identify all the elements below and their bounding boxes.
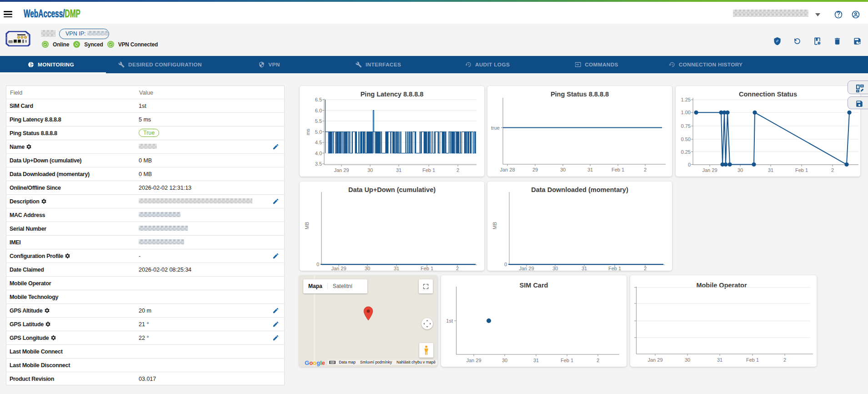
- svg-text:ms: ms: [305, 128, 311, 135]
- svg-text:0.75: 0.75: [681, 123, 691, 129]
- svg-text:Data Up+Down (cumulative): Data Up+Down (cumulative): [348, 186, 436, 193]
- svg-text:Jan 28: Jan 28: [500, 167, 515, 172]
- svg-text:2: 2: [597, 358, 599, 363]
- svg-text:Feb 1: Feb 1: [421, 266, 433, 271]
- svg-text:2: 2: [644, 167, 647, 172]
- svg-text:0.50: 0.50: [681, 136, 691, 142]
- svg-text:Jan 29: Jan 29: [519, 266, 534, 271]
- svg-text:Feb 1: Feb 1: [608, 266, 621, 271]
- svg-text:31: 31: [768, 167, 773, 173]
- svg-text:5.5: 5.5: [315, 118, 322, 124]
- svg-text:2: 2: [456, 266, 459, 271]
- svg-text:Jan 29: Jan 29: [334, 167, 349, 173]
- svg-text:Feb 1: Feb 1: [612, 167, 624, 172]
- svg-text:1.00: 1.00: [681, 110, 691, 115]
- svg-text:Feb 1: Feb 1: [746, 357, 759, 363]
- svg-text:1.25: 1.25: [681, 97, 691, 102]
- svg-text:1st: 1st: [446, 318, 453, 323]
- svg-text:true: true: [491, 125, 500, 131]
- svg-text:30: 30: [552, 266, 558, 271]
- svg-text:Ping Latency 8.8.8.8: Ping Latency 8.8.8.8: [361, 91, 424, 98]
- svg-text:MB: MB: [304, 222, 310, 230]
- svg-text:2: 2: [831, 167, 834, 173]
- svg-text:Connection Status: Connection Status: [739, 91, 797, 98]
- svg-text:Jan 29: Jan 29: [466, 358, 481, 363]
- svg-text:2: 2: [783, 357, 786, 363]
- svg-text:Feb 1: Feb 1: [561, 358, 573, 363]
- svg-text:Feb 1: Feb 1: [422, 167, 435, 173]
- svg-text:4.0: 4.0: [315, 151, 322, 156]
- svg-text:31: 31: [533, 358, 539, 363]
- svg-text:31: 31: [394, 266, 399, 271]
- svg-text:3.5: 3.5: [315, 161, 322, 167]
- svg-text:6.0: 6.0: [315, 108, 322, 113]
- svg-text:30: 30: [738, 167, 743, 173]
- svg-text:0: 0: [688, 162, 691, 167]
- svg-text:Jan 29: Jan 29: [331, 266, 346, 271]
- svg-text:Jan 29: Jan 29: [647, 357, 662, 363]
- svg-text:SIM Card: SIM Card: [520, 282, 548, 289]
- svg-text:5.0: 5.0: [315, 129, 322, 135]
- svg-text:30: 30: [685, 357, 690, 363]
- svg-text:Ping Status 8.8.8.8: Ping Status 8.8.8.8: [551, 91, 609, 98]
- svg-text:Data Downloaded (momentary): Data Downloaded (momentary): [531, 186, 628, 193]
- svg-text:6.5: 6.5: [315, 97, 322, 102]
- svg-text:Mobile Operator: Mobile Operator: [696, 282, 747, 289]
- svg-text:4.5: 4.5: [315, 140, 322, 145]
- svg-text:2: 2: [644, 266, 647, 271]
- svg-text:30: 30: [502, 358, 507, 363]
- svg-text:Jan 29: Jan 29: [702, 167, 717, 173]
- svg-text:31: 31: [587, 167, 593, 172]
- svg-text:Feb 1: Feb 1: [795, 167, 808, 173]
- svg-text:0: 0: [504, 262, 507, 267]
- svg-text:0.25: 0.25: [681, 149, 691, 155]
- svg-text:30: 30: [560, 167, 566, 172]
- svg-text:0: 0: [316, 262, 319, 267]
- svg-text:MB: MB: [492, 222, 497, 230]
- svg-text:31: 31: [582, 266, 587, 271]
- svg-text:2: 2: [457, 167, 459, 173]
- svg-text:31: 31: [717, 357, 722, 363]
- svg-text:29: 29: [532, 167, 538, 172]
- svg-text:30: 30: [365, 266, 370, 271]
- svg-text:31: 31: [396, 167, 401, 173]
- svg-text:30: 30: [367, 167, 373, 173]
